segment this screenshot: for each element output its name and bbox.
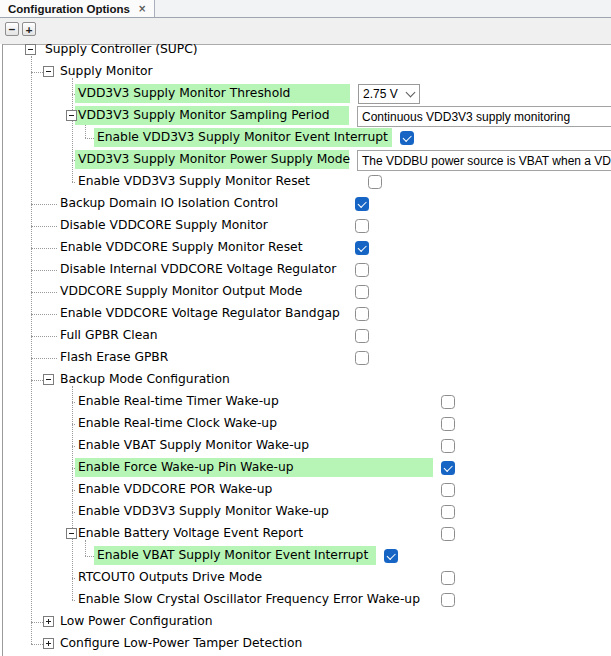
tree-item-label[interactable]: VDD3V3 Supply Monitor Power Supply Mode <box>78 152 350 166</box>
checkbox[interactable] <box>441 417 455 431</box>
tree-row: VDDCORE Supply Monitor Output Mode <box>0 281 611 303</box>
checkbox[interactable] <box>441 505 455 519</box>
value-field[interactable]: The VDDBU power source is VBAT when a VD… <box>357 150 611 171</box>
configuration-tree: Supply Controller (SUPC)Supply MonitorVD… <box>0 0 611 656</box>
checkbox[interactable] <box>355 241 369 255</box>
tree-row: Enable VDD3V3 Supply Monitor Wake-up <box>0 501 611 523</box>
checkbox[interactable] <box>400 131 414 145</box>
expand-icon[interactable] <box>43 638 54 649</box>
tree-row: Enable VDDCORE POR Wake-up <box>0 479 611 501</box>
tree-connector-stub <box>31 336 57 337</box>
tree-connector-stub <box>31 204 57 205</box>
checkbox[interactable] <box>441 395 455 409</box>
tree-connector-stub <box>72 182 75 183</box>
tree-item-label[interactable]: Supply Monitor <box>60 64 153 78</box>
tree-row: Enable Battery Voltage Event Report <box>0 523 611 545</box>
tree-connector-stub <box>72 424 75 425</box>
tree-item-label[interactable]: Enable VDD3V3 Supply Monitor Event Inter… <box>97 130 388 144</box>
collapse-icon[interactable] <box>66 528 77 539</box>
tree-connector-stub <box>31 248 57 249</box>
tree-row: Enable Slow Crystal Oscillator Frequency… <box>0 589 611 611</box>
tree-connector-stub <box>31 358 57 359</box>
expander-hbar <box>69 115 74 116</box>
tree-item-label[interactable]: VDDCORE Supply Monitor Output Mode <box>60 284 302 298</box>
checkbox[interactable] <box>441 439 455 453</box>
checkbox[interactable] <box>355 285 369 299</box>
collapse-icon[interactable] <box>25 44 36 55</box>
tree-row: Backup Mode Configuration <box>0 369 611 391</box>
collapse-icon[interactable] <box>43 66 54 77</box>
expand-icon[interactable] <box>43 616 54 627</box>
tree-row: Enable VDD3V3 Supply Monitor Event Inter… <box>0 127 611 149</box>
checkbox[interactable] <box>441 593 455 607</box>
tree-item-label[interactable]: Enable Real-time Timer Wake-up <box>78 394 279 408</box>
expander-hbar <box>69 533 74 534</box>
tree-connector-stub <box>72 490 75 491</box>
tree-row: Enable VBAT Supply Monitor Wake-up <box>0 435 611 457</box>
tree-item-label[interactable]: Enable VDDCORE POR Wake-up <box>78 482 272 496</box>
tree-item-label[interactable]: Supply Controller (SUPC) <box>45 42 198 56</box>
tree-row: Flash Erase GPBR <box>0 347 611 369</box>
tree-connector-stub <box>85 556 94 557</box>
tree-row: Configure Low-Power Tamper Detection <box>0 633 611 655</box>
tree-row: Full GPBR Clean <box>0 325 611 347</box>
chevron-down-icon <box>406 88 416 98</box>
tree-item-label[interactable]: Flash Erase GPBR <box>60 350 168 364</box>
tree-item-label[interactable]: Configure Low-Power Tamper Detection <box>60 636 302 650</box>
tree-item-label[interactable]: Backup Domain IO Isolation Control <box>60 196 278 210</box>
tree-connector-stub <box>72 446 75 447</box>
dropdown-selected-value: 2.75 V <box>363 87 398 101</box>
tree-row: VDD3V3 Supply Monitor Power Supply ModeT… <box>0 149 611 171</box>
value-dropdown[interactable]: 2.75 V <box>358 84 420 104</box>
tree-item-label[interactable]: RTCOUT0 Outputs Drive Mode <box>78 570 262 584</box>
tree-item-label[interactable]: Backup Mode Configuration <box>60 372 230 386</box>
expander-hbar <box>46 379 51 380</box>
collapse-icon[interactable] <box>66 110 77 121</box>
checkbox[interactable] <box>441 571 455 585</box>
tree-connector-stub <box>72 600 75 601</box>
tree-item-label[interactable]: Enable Real-time Clock Wake-up <box>78 416 277 430</box>
tree-item-label[interactable]: Enable VBAT Supply Monitor Wake-up <box>78 438 309 452</box>
tree-connector-stub <box>72 578 75 579</box>
checkbox[interactable] <box>355 351 369 365</box>
tree-row: Enable VDDCORE Supply Monitor Reset <box>0 237 611 259</box>
tree-row: Enable VDDCORE Voltage Regulator Bandgap <box>0 303 611 325</box>
tree-row: Enable VDD3V3 Supply Monitor Reset <box>0 171 611 193</box>
tree-item-label[interactable]: Enable VDD3V3 Supply Monitor Reset <box>78 174 310 188</box>
tree-connector-stub <box>31 380 43 381</box>
tree-item-label[interactable]: VDD3V3 Supply Monitor Threshold <box>78 86 290 100</box>
tree-item-label[interactable]: VDD3V3 Supply Monitor Sampling Period <box>78 108 330 122</box>
tree-connector-stub <box>72 402 75 403</box>
tree-item-label[interactable]: Enable Force Wake-up Pin Wake-up <box>78 460 294 474</box>
tree-item-label[interactable]: Full GPBR Clean <box>60 328 158 342</box>
checkbox[interactable] <box>441 527 455 541</box>
tree-row: Enable VBAT Supply Monitor Event Interru… <box>0 545 611 567</box>
tree-item-label[interactable]: Enable Slow Crystal Oscillator Frequency… <box>78 592 420 606</box>
checkbox[interactable] <box>384 549 398 563</box>
tree-item-label[interactable]: Disable VDDCORE Supply Monitor <box>60 218 268 232</box>
tree-item-label[interactable]: Enable Battery Voltage Event Report <box>78 526 303 540</box>
tree-item-label[interactable]: Enable VDDCORE Voltage Regulator Bandgap <box>60 306 340 320</box>
checkbox[interactable] <box>355 219 369 233</box>
checkbox[interactable] <box>355 263 369 277</box>
tree-item-label[interactable]: Disable Internal VDDCORE Voltage Regulat… <box>60 262 336 276</box>
tree-item-label[interactable]: Low Power Configuration <box>60 614 213 628</box>
tree-item-label[interactable]: Enable VBAT Supply Monitor Event Interru… <box>97 548 368 562</box>
tree-item-label[interactable]: Enable VDDCORE Supply Monitor Reset <box>60 240 302 254</box>
tree-row: Supply Monitor <box>0 61 611 83</box>
tree-row: VDD3V3 Supply Monitor Sampling PeriodCon… <box>0 105 611 127</box>
checkbox[interactable] <box>355 307 369 321</box>
tree-row: Enable Force Wake-up Pin Wake-up <box>0 457 611 479</box>
checkbox[interactable] <box>441 483 455 497</box>
value-field-text: The VDDBU power source is VBAT when a VD… <box>362 154 611 168</box>
checkbox[interactable] <box>368 175 382 189</box>
tree-item-label[interactable]: Enable VDD3V3 Supply Monitor Wake-up <box>78 504 329 518</box>
tree-row: Supply Controller (SUPC) <box>0 39 611 61</box>
tree-connector-stub <box>31 314 57 315</box>
checkbox[interactable] <box>355 197 369 211</box>
expander-hbar <box>46 71 51 72</box>
checkbox[interactable] <box>441 461 455 475</box>
checkbox[interactable] <box>355 329 369 343</box>
collapse-icon[interactable] <box>43 374 54 385</box>
value-field[interactable]: Continuous VDD3V3 supply monitoring <box>357 106 611 127</box>
